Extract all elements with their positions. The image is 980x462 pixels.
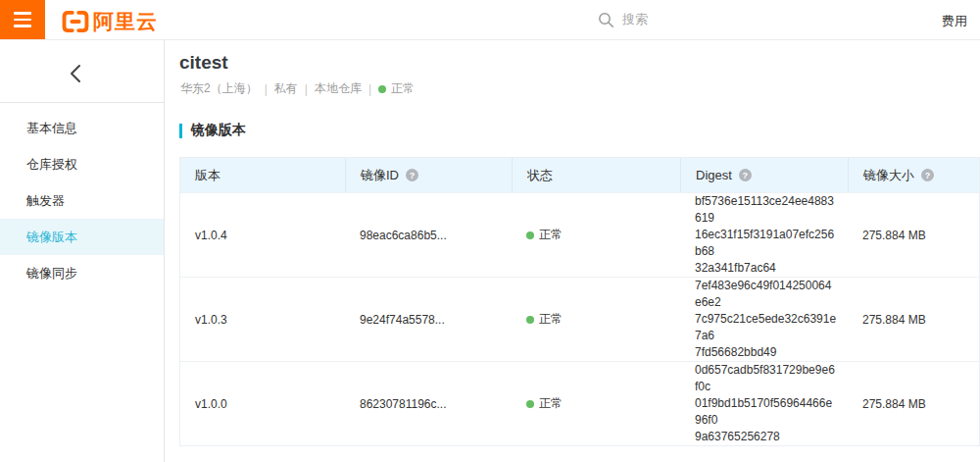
sidebar-item-basic-info[interactable]: 基本信息: [0, 110, 164, 146]
global-search[interactable]: 搜索: [598, 11, 648, 28]
section-title-text: 镜像版本: [191, 122, 246, 139]
separator: |: [368, 82, 371, 96]
column-header-status: 状态: [512, 158, 680, 192]
hamburger-icon: [14, 12, 31, 15]
status-dot-icon: [526, 316, 534, 324]
digest-cell: 0d657cadb5f831729be9e6f0c 01f9bd1b5170f5…: [680, 362, 848, 445]
page-title: citest: [179, 52, 228, 74]
version-cell: v1.0.4: [180, 229, 345, 242]
sidebar-item-triggers[interactable]: 触发器: [0, 182, 164, 219]
main-content: 镜像版本 版本 镜像ID ? 状态 Digest ? 镜像大小 ?: [166, 103, 980, 462]
status-dot-icon: [526, 231, 534, 239]
status-dot-icon: [378, 85, 386, 93]
brand-name: 阿里云: [93, 8, 158, 35]
digest-cell: 7ef483e96c49f014250064e6e2 7c975c21ce5ed…: [680, 278, 848, 361]
sidebar-item-image-versions[interactable]: 镜像版本: [0, 219, 164, 255]
size-cell: 275.884 MB: [848, 229, 979, 242]
repo-type-label: 本地仓库: [315, 80, 362, 97]
help-icon[interactable]: ?: [739, 169, 752, 181]
help-icon[interactable]: ?: [921, 169, 934, 181]
status-dot-icon: [526, 400, 534, 408]
region-label: 华东2（上海）: [180, 80, 258, 97]
image-versions-table: 版本 镜像ID ? 状态 Digest ? 镜像大小 ? v1.0.4 98ea…: [179, 157, 980, 446]
version-cell: v1.0.0: [180, 397, 345, 411]
sidebar-item-repo-authorization[interactable]: 仓库授权: [0, 146, 164, 182]
top-bar: 阿里云 搜索 费用: [0, 0, 980, 40]
image-id-cell: 98eac6ca86b5...: [345, 229, 512, 242]
billing-link[interactable]: 费用: [942, 13, 967, 30]
status-cell: 正常: [512, 227, 680, 243]
table-row: v1.0.4 98eac6ca86b5... 正常 bf5736e15113ce…: [180, 192, 979, 277]
search-icon: [598, 12, 614, 28]
digest-cell: bf5736e15113ce24ee4883619 16ec31f15f3191…: [680, 193, 848, 277]
hamburger-icon: [14, 25, 31, 27]
sidebar-item-image-sync[interactable]: 镜像同步: [0, 255, 164, 291]
chevron-left-icon: [69, 64, 82, 83]
search-placeholder: 搜索: [622, 11, 648, 28]
table-header-row: 版本 镜像ID ? 状态 Digest ? 镜像大小 ?: [180, 158, 979, 192]
visibility-label: 私有: [274, 80, 298, 97]
aliyun-logo-icon: [61, 10, 90, 33]
separator: |: [265, 82, 268, 96]
page-subtitle: 华东2（上海） | 私有 | 本地仓库 | 正常: [180, 80, 415, 97]
sidebar: 基本信息 仓库授权 触发器 镜像版本 镜像同步: [0, 40, 165, 462]
column-header-digest: Digest ?: [680, 158, 848, 192]
hamburger-menu-button[interactable]: [0, 0, 45, 39]
back-button[interactable]: [69, 64, 86, 85]
section-title: 镜像版本: [179, 122, 246, 139]
help-icon[interactable]: ?: [406, 169, 418, 181]
image-id-cell: 86230781196c...: [345, 397, 512, 411]
sidebar-menu: 基本信息 仓库授权 触发器 镜像版本 镜像同步: [0, 103, 164, 291]
version-cell: v1.0.3: [180, 313, 345, 327]
page-header: citest 华东2（上海） | 私有 | 本地仓库 | 正常: [166, 40, 980, 103]
table-row: v1.0.0 86230781196c... 正常 0d657cadb5f831…: [180, 361, 979, 445]
size-cell: 275.884 MB: [848, 397, 979, 411]
image-id-cell: 9e24f74a5578...: [345, 313, 512, 327]
sidebar-back-area: [0, 40, 164, 103]
repo-status-label: 正常: [391, 80, 415, 97]
table-row: v1.0.3 9e24f74a5578... 正常 7ef483e96c49f0…: [180, 277, 979, 361]
accent-bar: [179, 124, 182, 138]
status-cell: 正常: [512, 311, 680, 328]
separator: |: [305, 82, 308, 96]
hamburger-icon: [14, 19, 31, 22]
column-header-version: 版本: [180, 158, 345, 192]
size-cell: 275.884 MB: [848, 313, 979, 327]
aliyun-logo[interactable]: 阿里云: [61, 8, 158, 35]
column-header-image-id: 镜像ID ?: [345, 158, 512, 192]
column-header-image-size: 镜像大小 ?: [848, 158, 979, 192]
status-cell: 正常: [512, 395, 680, 412]
